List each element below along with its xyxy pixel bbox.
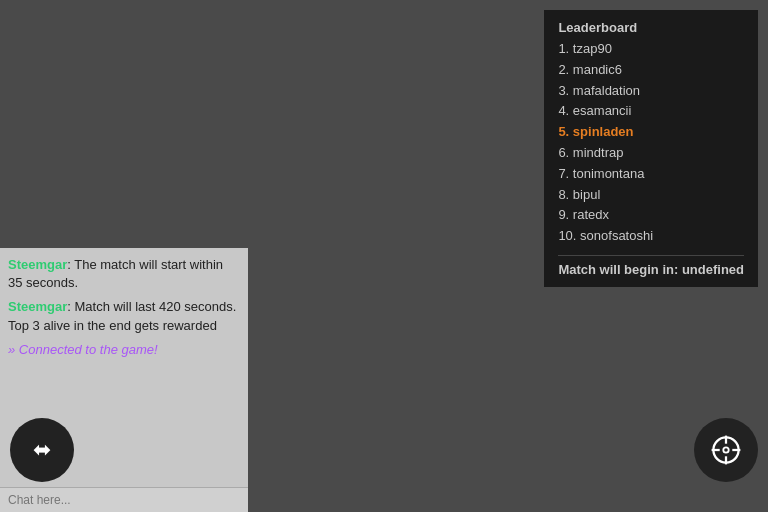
leaderboard-item: 1. tzap90 <box>558 39 744 60</box>
leaderboard-item: 5. spinladen <box>558 122 744 143</box>
chat-message: Steemgar: Match will last 420 seconds. T… <box>8 298 240 334</box>
game-area: Leaderboard 1. tzap902. mandic63. mafald… <box>0 0 768 512</box>
leaderboard-item: 10. sonofsatoshi <box>558 226 744 247</box>
svg-point-1 <box>723 447 728 452</box>
chat-connected-text: » Connected to the game! <box>8 342 158 357</box>
leaderboard-item: 8. bipul <box>558 185 744 206</box>
chat-sender: Steemgar <box>8 257 67 272</box>
move-control-button[interactable]: ⬌ <box>10 418 74 482</box>
leaderboard-list: 1. tzap902. mandic63. mafaldation4. esam… <box>558 39 744 247</box>
chat-message: » Connected to the game! <box>8 341 240 359</box>
chat-input-container <box>0 487 248 512</box>
match-timer: Match will begin in: undefined <box>558 255 744 277</box>
leaderboard-title: Leaderboard <box>558 20 744 35</box>
leaderboard-item: 6. mindtrap <box>558 143 744 164</box>
aim-control-button[interactable] <box>694 418 758 482</box>
chat-message: Steemgar: The match will start within 35… <box>8 256 240 292</box>
leaderboard-item: 4. esamancii <box>558 101 744 122</box>
chat-input[interactable] <box>0 488 248 512</box>
crosshair-icon <box>708 432 744 468</box>
chat-sender: Steemgar <box>8 299 67 314</box>
leaderboard-item: 3. mafaldation <box>558 81 744 102</box>
leaderboard-item: 7. tonimontana <box>558 164 744 185</box>
leaderboard-item: 9. ratedx <box>558 205 744 226</box>
move-icon: ⬌ <box>33 437 51 463</box>
leaderboard-item: 2. mandic6 <box>558 60 744 81</box>
leaderboard-panel: Leaderboard 1. tzap902. mandic63. mafald… <box>544 10 758 287</box>
